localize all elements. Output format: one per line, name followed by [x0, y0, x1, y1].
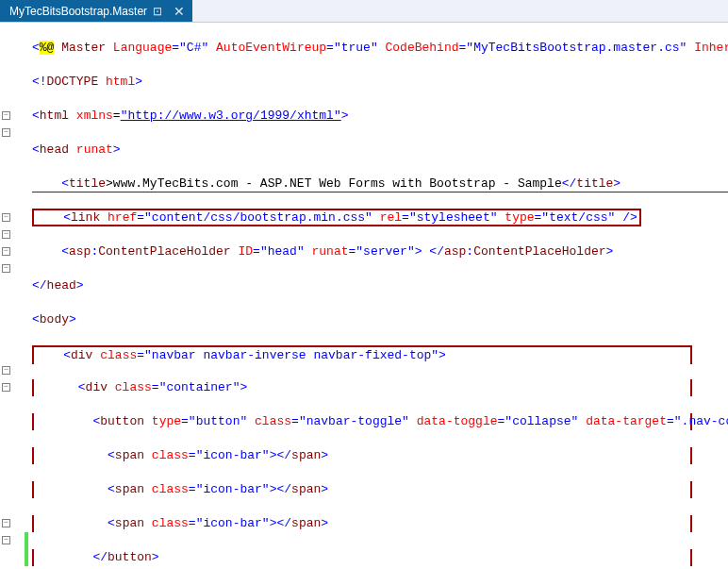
fold-toggle[interactable]: −	[2, 213, 10, 222]
pin-icon[interactable]: ⊡	[153, 5, 162, 18]
code-line: <div class="container">	[32, 379, 728, 396]
fold-toggle[interactable]: −	[2, 519, 10, 527]
fold-toggle[interactable]: −	[2, 264, 10, 273]
code-line: <%@ Master Language="C#" AutoEventWireup…	[32, 40, 728, 57]
code-line: <span class="icon-bar"></span>	[32, 447, 728, 464]
code-area[interactable]: <%@ Master Language="C#" AutoEventWireup…	[28, 23, 728, 569]
fold-toggle[interactable]: −	[2, 230, 10, 239]
code-line: <link href="content/css/bootstrap.min.cs…	[32, 209, 728, 226]
fold-toggle[interactable]: −	[2, 111, 10, 120]
code-line: <span class="icon-bar"></span>	[32, 515, 728, 532]
file-tab[interactable]: MyTecBitsBootstrap.Master ⊡ ✕	[0, 0, 192, 22]
code-line: <button type="button" class="navbar-togg…	[32, 413, 728, 430]
fold-toggle[interactable]: −	[2, 366, 10, 375]
code-line: <head runat>	[32, 142, 728, 159]
code-line: <!DOCTYPE html>	[32, 74, 728, 91]
tab-bar: MyTecBitsBootstrap.Master ⊡ ✕	[0, 0, 728, 23]
highlight-box: <div class="navbar navbar-inverse navbar…	[32, 345, 692, 364]
fold-toggle[interactable]: −	[2, 536, 10, 544]
tab-title: MyTecBitsBootstrap.Master	[9, 5, 147, 18]
code-line: <body>	[32, 311, 728, 328]
code-line: <span class="icon-bar"></span>	[32, 481, 728, 498]
highlight-box: <link href="content/css/bootstrap.min.cs…	[32, 209, 641, 226]
code-editor[interactable]: −−−−−−−−−− <%@ Master Language="C#" Auto…	[0, 23, 728, 569]
code-line: <html xmlns="http://www.w3.org/1999/xhtm…	[32, 108, 728, 125]
code-line: <asp:ContentPlaceHolder ID="head" runat=…	[32, 243, 728, 260]
code-line: </button>	[32, 549, 728, 566]
code-line: </head>	[32, 277, 728, 294]
gutter: −−−−−−−−−−	[0, 23, 28, 569]
fold-toggle[interactable]: −	[2, 383, 10, 392]
code-line: <div class="navbar navbar-inverse navbar…	[32, 345, 728, 362]
close-icon[interactable]: ✕	[174, 4, 185, 19]
fold-toggle[interactable]: −	[2, 247, 10, 256]
fold-toggle[interactable]: −	[2, 128, 10, 137]
code-line: <title>www.MyTecBits.com - ASP.NET Web F…	[32, 176, 728, 192]
